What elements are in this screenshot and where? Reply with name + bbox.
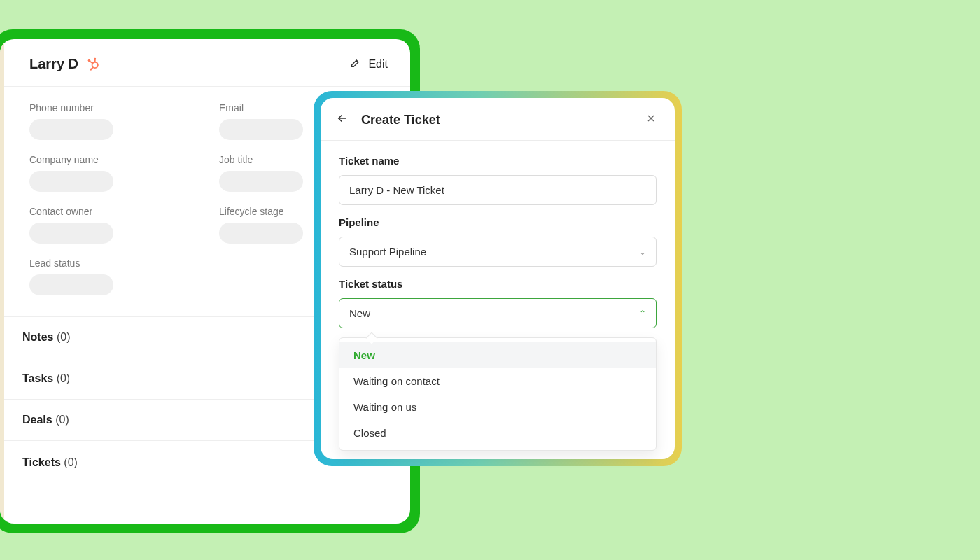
field-owner-value[interactable] (29, 223, 113, 244)
field-company-value[interactable] (29, 171, 113, 192)
status-dropdown: New Waiting on contact Waiting on us Clo… (339, 337, 657, 451)
section-tickets-count: (0) (64, 456, 78, 468)
svg-point-4 (94, 57, 96, 59)
field-phone-label: Phone number (29, 102, 198, 113)
section-notes-count: (0) (57, 331, 71, 343)
pipeline-select[interactable]: Support Pipeline ⌄ (339, 237, 657, 267)
field-jobtitle-value[interactable] (219, 171, 303, 192)
status-select[interactable]: New ⌃ (339, 298, 657, 328)
back-arrow-icon[interactable] (336, 112, 349, 127)
status-option-waiting-us[interactable]: Waiting on us (340, 394, 656, 420)
chevron-up-icon: ⌃ (639, 309, 646, 318)
close-icon[interactable] (645, 113, 657, 127)
edit-label: Edit (368, 58, 388, 71)
field-company: Company name (29, 154, 198, 192)
ticket-name-label: Ticket name (339, 155, 657, 167)
svg-point-6 (90, 68, 92, 70)
field-phone: Phone number (29, 102, 198, 140)
ticket-name-value: Larry D - New Ticket (349, 184, 444, 196)
contact-header: Larry D (0, 39, 410, 87)
hubspot-icon (85, 57, 101, 72)
section-tasks-count: (0) (57, 372, 71, 384)
pipeline-label: Pipeline (339, 216, 657, 228)
dialog-header: Create Ticket (321, 98, 675, 141)
status-option-closed[interactable]: Closed (340, 420, 656, 446)
field-phone-value[interactable] (29, 119, 113, 140)
contact-name: Larry D (29, 56, 101, 72)
section-tickets-label: Tickets (22, 456, 61, 468)
dialog-title: Create Ticket (361, 113, 440, 127)
field-owner: Contact owner (29, 206, 198, 244)
section-deals-label: Deals (22, 414, 52, 426)
status-value: New (349, 307, 370, 319)
field-email-value[interactable] (219, 119, 303, 140)
status-option-label: New (354, 349, 375, 361)
create-ticket-dialog: Create Ticket Ticket name Larry D - New … (321, 98, 675, 459)
status-option-label: Waiting on contact (354, 375, 440, 387)
ticket-name-input[interactable]: Larry D - New Ticket (339, 175, 657, 205)
pipeline-value: Support Pipeline (349, 246, 426, 258)
contact-name-text: Larry D (29, 56, 78, 72)
create-ticket-frame: Create Ticket Ticket name Larry D - New … (314, 91, 682, 466)
section-deals-count: (0) (55, 414, 69, 426)
field-lifecycle-value[interactable] (219, 223, 303, 244)
chevron-down-icon: ⌄ (639, 247, 646, 257)
status-option-waiting-contact[interactable]: Waiting on contact (340, 368, 656, 394)
contact-card-edge (0, 39, 4, 524)
status-label: Ticket status (339, 278, 657, 290)
edit-icon (350, 57, 361, 71)
field-company-label: Company name (29, 154, 198, 165)
status-option-label: Waiting on us (354, 401, 416, 413)
status-option-new[interactable]: New (340, 342, 656, 368)
dialog-body: Ticket name Larry D - New Ticket Pipelin… (321, 141, 675, 328)
edit-button[interactable]: Edit (350, 57, 388, 71)
section-notes-label: Notes (22, 331, 53, 343)
field-lead-value[interactable] (29, 274, 113, 295)
field-lead-label: Lead status (29, 258, 198, 269)
section-tasks-label: Tasks (22, 372, 53, 384)
field-owner-label: Contact owner (29, 206, 198, 217)
status-option-label: Closed (354, 427, 386, 439)
field-lead: Lead status (29, 258, 198, 295)
